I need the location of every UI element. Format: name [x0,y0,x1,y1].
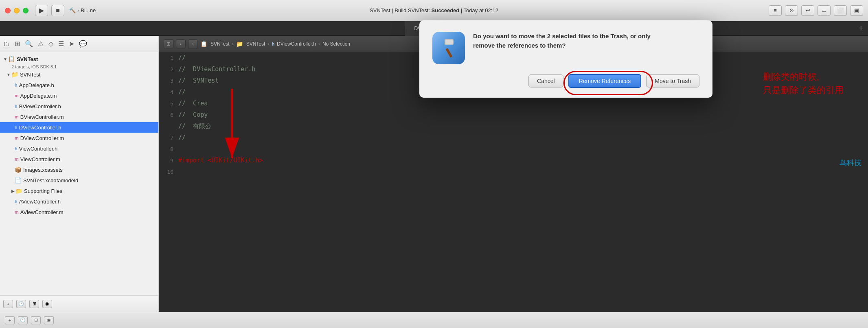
sidebar-item-viewcontroller-h[interactable]: h ViewController.h [0,143,158,154]
close-button[interactable] [5,8,11,13]
play-button[interactable]: ▶ [35,5,48,16]
sidebar-item-svntest-folder[interactable]: ▼ 📁 SVNTest [0,69,158,80]
xcd-icon: 📄 [15,177,22,184]
dialog-app-icon [432,32,465,64]
stop-button[interactable]: ■ [51,5,64,16]
folder-icon: 📁 [15,188,22,194]
svg-rect-1 [445,48,452,58]
maximize-button[interactable] [23,8,28,13]
bc-folder-icon: 📁 [236,41,243,47]
tab-add-button[interactable]: + [859,24,863,33]
add-status-btn[interactable]: + [5,316,15,324]
title-bar: ▶ ■ 🔨 › Bi...ne SVNTest | Build SVNTest:… [0,0,868,21]
line-number: 2 [159,66,178,72]
bc-svntest-2[interactable]: SVNTest [246,41,265,47]
layout-split-btn[interactable]: ⬜ [834,5,847,16]
traffic-lights [5,8,28,13]
folder-icon[interactable]: 🗂 [3,40,10,48]
code-line-6b: // 有限公 [159,120,868,132]
line-number: 3 [159,78,178,84]
folder-label: SVNTest [20,72,41,78]
sidebar-item-appdelegate-h[interactable]: h AppDelegate.h [0,80,158,90]
bc-svntest[interactable]: SVNTest [210,41,230,47]
grid-icon[interactable]: ⊞ [15,40,20,48]
file-label: AppDelegate.m [20,93,57,99]
line-number: 6 [159,112,178,118]
editor-layout-btn[interactable]: ⊞ [164,39,173,48]
line-content: // DViewController.h [178,66,256,73]
annotation-chinese: 删除类的时候, 只是删除了类的引用 [763,70,844,97]
sidebar-item-aviewcontroller-m[interactable]: m AViewController.m [0,207,158,217]
warning-icon[interactable]: ⚠ [38,40,44,48]
line-content: // SVNTest [178,77,219,84]
sidebar: 🗂 ⊞ 🔍 ⚠ ◇ ☰ ➤ 💬 ▼ 📋 SVNTest 2 targets, i… [0,36,159,312]
build-time: | Today at 02:12 [459,7,498,13]
bc-file[interactable]: DViewController.h [277,41,316,47]
file-label: AppDelegate.h [19,82,54,88]
project-name: SVNTest [17,56,38,62]
speech-icon[interactable]: 💬 [79,40,87,48]
radio-btn[interactable]: ◉ [42,300,52,308]
history-btn[interactable]: 🕐 [16,300,26,308]
nav-back-btn[interactable]: ‹ [176,39,186,48]
layout-lines-btn[interactable]: ≡ [769,5,782,16]
file-label: Images.xcassets [23,167,63,173]
grid-status-btn[interactable]: ⊞ [31,316,41,324]
project-icon: 📋 [8,56,15,62]
m-file-icon: m [15,136,19,140]
sidebar-item-dviewcontroller-h[interactable]: h DViewController.h [0,122,158,133]
code-line-5: 5 // Crea [159,98,868,109]
scheme-icon: 🔨 [69,7,76,13]
h-file-icon: h [15,146,18,151]
collapsed-icon: ▶ [11,189,15,193]
sidebar-item-bviewcontroller-h[interactable]: h BViewController.h [0,101,158,112]
project-root[interactable]: ▼ 📋 SVNTest [0,54,158,64]
layout-panel-btn[interactable]: ▣ [850,5,863,16]
clock-status-btn[interactable]: 🕐 [18,316,28,324]
diamond-icon[interactable]: ◇ [48,40,53,48]
sidebar-bottom: + 🕐 ⊞ ◉ [0,295,158,312]
sidebar-item-xcdatamodel[interactable]: 📄 SVNTest.xcdatamodeld [0,175,158,186]
radio-status-btn[interactable]: ◉ [44,316,54,324]
bc-selection[interactable]: No Selection [322,41,350,47]
dialog-message-bold: Do you want to move the 2 selected files… [473,33,651,49]
add-file-btn[interactable]: + [3,300,13,308]
minimize-button[interactable] [14,8,20,13]
list-icon[interactable]: ☰ [58,40,64,48]
grid-view-btn[interactable]: ⊞ [29,300,39,308]
h-file-icon: h [15,199,18,204]
arrow-icon[interactable]: ➤ [69,40,74,48]
sidebar-toolbar: 🗂 ⊞ 🔍 ⚠ ◇ ☰ ➤ 💬 [0,36,158,52]
sidebar-item-viewcontroller-m[interactable]: m ViewController.m [0,154,158,164]
sidebar-item-dviewcontroller-m[interactable]: m DViewController.m [0,133,158,143]
search-icon[interactable]: 🔍 [25,40,33,48]
dialog-body: Do you want to move the 2 selected files… [432,32,699,64]
file-tree: ▼ 📋 SVNTest 2 targets, iOS SDK 8.1 ▼ 📁 S… [0,52,158,295]
sidebar-item-aviewcontroller-h[interactable]: h AViewController.h [0,196,158,207]
move-to-trash-button[interactable]: Move to Trash [646,74,699,87]
line-content: #import <UIKit/UIKit.h> [178,157,263,164]
scheme-breadcrumb: 🔨 › Bi...ne [69,7,96,13]
sidebar-item-images-xcassets[interactable]: 📦 Images.xcassets [0,164,158,175]
scheme-sep: › [77,7,79,13]
file-label: SVNTest.xcdatamodeld [23,177,78,184]
sidebar-item-supporting-files[interactable]: ▶ 📁 Supporting Files [0,186,158,196]
scheme-label[interactable]: Bi...ne [81,7,96,13]
project-subtitle: 2 targets, iOS SDK 8.1 [0,64,158,69]
layout-circle-btn[interactable]: ⊙ [785,5,798,16]
layout-back-btn[interactable]: ↩ [801,5,814,16]
code-line-7: 7 // [159,132,868,143]
annotation-chinese-2: 鸟科技 [840,158,861,168]
remove-references-button[interactable]: Remove References [568,74,642,88]
layout-single-btn[interactable]: ▭ [818,5,831,16]
line-number: 10 [159,169,178,175]
file-label: DViewController.h [19,125,61,131]
nav-forward-btn[interactable]: › [188,39,198,48]
build-succeeded: Succeeded [432,7,460,13]
sidebar-item-bviewcontroller-m[interactable]: m BViewController.m [0,112,158,122]
folder-label: Supporting Files [24,188,62,194]
file-label: BViewController.m [20,114,64,120]
bc-sep-1: › [232,41,234,47]
cancel-button[interactable]: Cancel [528,74,563,87]
sidebar-item-appdelegate-m[interactable]: m AppDelegate.m [0,90,158,101]
